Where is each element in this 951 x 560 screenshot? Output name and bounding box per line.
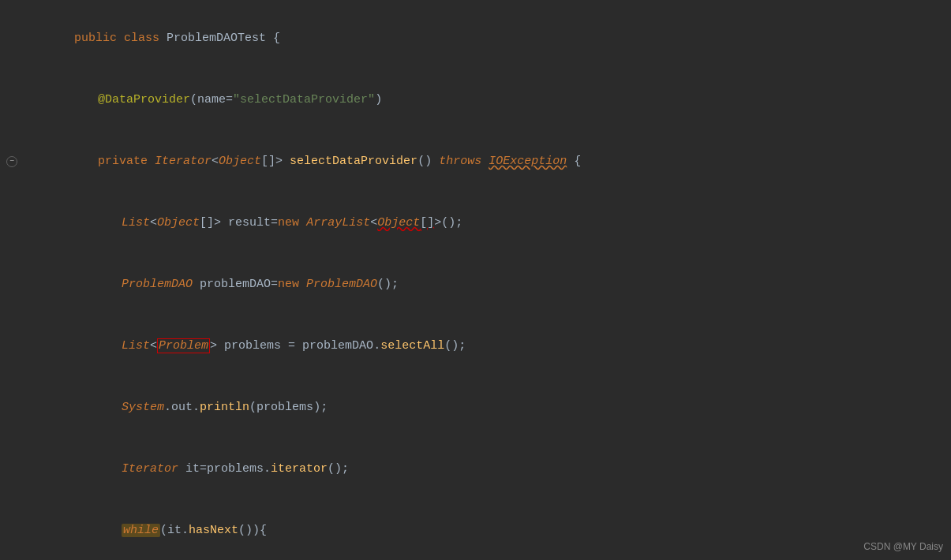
type-object: Object (219, 155, 261, 168)
line-content-9: while(it.hasNext()){ (71, 500, 943, 560)
annotation-dataprovider: @DataProvider (98, 93, 190, 106)
generic-obj: < (370, 216, 377, 230)
type-system: System (122, 401, 164, 414)
squiggle-obj: Object[] (377, 216, 434, 230)
type-problemdao: ProblemDAO (122, 278, 200, 291)
var-it: it (185, 462, 200, 476)
eq: = (271, 216, 278, 230)
method-selectdataprovider: selectDataProvider (290, 155, 417, 168)
rest-line4: >(); (434, 216, 462, 230)
code-line-3: − private Iterator<Object[]> selectDataP… (0, 131, 951, 192)
lt3: < (150, 339, 157, 353)
var-problems2: problems (256, 401, 313, 414)
var-problemdao2: problemDAO (302, 339, 373, 353)
fold-icon-3[interactable]: − (6, 156, 17, 167)
gt3: > (210, 339, 224, 353)
method-hasnext: hasNext (189, 524, 238, 537)
code-line-8: Iterator it=problems.iterator(); (0, 439, 951, 500)
var-problems3: problems (207, 462, 264, 476)
kw-new2: new (278, 278, 306, 291)
while-cond: ( (160, 524, 167, 537)
var-problems: problems (224, 339, 288, 353)
type-arraylist: ArrayList (306, 216, 370, 230)
redbox-problem: Problem (157, 338, 210, 353)
watermark: CSDN @MY Daisy (863, 541, 943, 552)
code-line-1: public class ProblemDAOTest { (0, 8, 951, 69)
dot4: . (264, 462, 271, 476)
attr-name: name (197, 93, 226, 106)
var-result: result (228, 216, 271, 230)
paren-open: ( (190, 93, 197, 106)
parens: () (417, 155, 439, 168)
dot1: . (373, 339, 380, 353)
brace: { (567, 155, 581, 168)
type-list2: List (122, 339, 150, 353)
type-problemdao2: ProblemDAO (306, 278, 377, 291)
parens2: (); (377, 278, 399, 291)
type-iterator2: Iterator (122, 462, 185, 476)
paren-close: ) (375, 93, 382, 106)
type-object2: Object (157, 216, 200, 230)
equals: = (226, 93, 233, 106)
keyword-class: class (124, 32, 167, 45)
code-line-2: @DataProvider(name="selectDataProvider") (0, 69, 951, 131)
var-problemdao: problemDAO (200, 278, 271, 291)
parens6: (); (328, 462, 349, 476)
line-content-8: Iterator it=problems.iterator(); (71, 439, 943, 500)
lt2: < (150, 216, 157, 230)
code-editor: public class ProblemDAOTest { @DataProvi… (0, 0, 951, 560)
type-iterator: Iterator (155, 155, 212, 168)
var-out: out (171, 401, 193, 414)
parens4: ( (249, 401, 256, 414)
line-content-4: List<Object[]> result=new ArrayList<Obje… (71, 192, 943, 254)
kw-new: new (278, 216, 306, 230)
code-line-7: System.out.println(problems); (0, 377, 951, 439)
parens3: (); (444, 339, 466, 353)
dot3: . (193, 401, 200, 414)
code-line-6: List<Problem> problems = problemDAO.sele… (0, 315, 951, 377)
line-content-7: System.out.println(problems); (71, 377, 943, 439)
kw-private: private (98, 155, 155, 168)
exception-ioexception: IOException (489, 155, 567, 168)
code-line-4: List<Object[]> result=new ArrayList<Obje… (0, 192, 951, 254)
gutter-3[interactable]: − (0, 156, 24, 167)
attr-value: "selectDataProvider" (233, 93, 375, 106)
while-close: ()){ (238, 524, 267, 537)
kw-while: while (122, 524, 160, 537)
type-list: List (122, 216, 150, 230)
arr2: []> (200, 216, 228, 230)
eq3: = (288, 339, 302, 353)
line-content-5: ProblemDAO problemDAO=new ProblemDAO(); (71, 254, 943, 315)
method-println: println (200, 401, 249, 414)
code-line-5: ProblemDAO problemDAO=new ProblemDAO(); (0, 254, 951, 315)
arr3: [] (420, 216, 434, 230)
line-content-3: private Iterator<Object[]> selectDataPro… (47, 131, 943, 192)
keyword-public: public (74, 32, 124, 45)
type-problem: Problem (159, 339, 208, 353)
method-iterator: iterator (271, 462, 328, 476)
type-object3: Object (377, 216, 420, 230)
eq4: = (200, 462, 207, 476)
var-it2: it (167, 524, 182, 537)
eq2: = (271, 278, 278, 291)
kw-throws: throws (439, 155, 489, 168)
line-content-2: @DataProvider(name="selectDataProvider") (47, 69, 943, 131)
code-line-9: while(it.hasNext()){ (0, 500, 951, 560)
line-content-6: List<Problem> problems = problemDAO.sele… (71, 315, 943, 377)
lt: < (212, 155, 219, 168)
line-content-1: public class ProblemDAOTest { (24, 8, 943, 69)
parens5: ); (313, 401, 328, 414)
class-name: ProblemDAOTest { (167, 32, 280, 45)
dot5: . (182, 524, 189, 537)
dot2: . (164, 401, 171, 414)
arr-bracket: []> (261, 155, 290, 168)
method-selectall: selectAll (380, 339, 444, 353)
